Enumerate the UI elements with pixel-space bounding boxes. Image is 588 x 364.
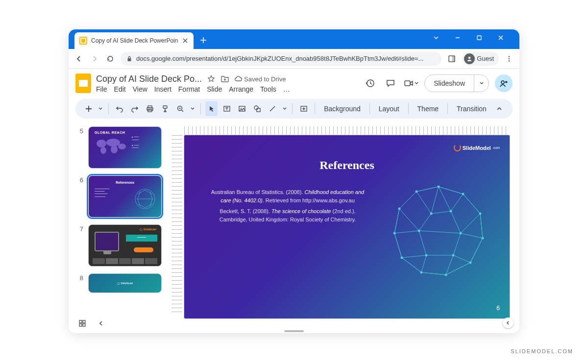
- document-title[interactable]: Copy of AI Slide Deck Po...: [96, 74, 202, 84]
- back-button[interactable]: [74, 53, 84, 64]
- svg-point-24: [118, 144, 126, 149]
- undo-button[interactable]: [114, 101, 126, 116]
- share-button[interactable]: [495, 74, 513, 92]
- svg-point-7: [509, 60, 510, 62]
- meet-icon[interactable]: [404, 76, 418, 91]
- svg-point-42: [418, 230, 420, 232]
- svg-point-37: [393, 232, 396, 235]
- print-button[interactable]: [144, 101, 156, 116]
- menu-file[interactable]: File: [96, 85, 107, 93]
- workspace: 5 GLOBAL REACH ■ ━━━━━━━━━━━━■ ━━━━━━━━━…: [69, 123, 519, 327]
- reader-icon[interactable]: [446, 53, 457, 64]
- speaker-notes-handle[interactable]: [284, 330, 304, 332]
- shape-tool[interactable]: [251, 101, 264, 116]
- svg-point-30: [462, 193, 465, 195]
- explore-button[interactable]: [503, 317, 514, 328]
- browser-tab[interactable]: Copy of AI Slide Deck PowerPoin: [74, 32, 194, 49]
- maximize-button[interactable]: [469, 31, 489, 44]
- menu-slide[interactable]: Slide: [207, 85, 222, 93]
- svg-rect-46: [79, 320, 82, 323]
- slideshow-dropdown[interactable]: [474, 74, 489, 92]
- new-slide-dropdown[interactable]: [98, 101, 103, 116]
- svg-point-18: [241, 108, 242, 109]
- theme-button[interactable]: Theme: [414, 103, 443, 115]
- chevron-down-icon[interactable]: [426, 31, 446, 44]
- menu-format[interactable]: Format: [178, 85, 200, 93]
- collapse-filmstrip-button[interactable]: [96, 318, 106, 328]
- lock-icon: [126, 56, 132, 62]
- redo-button[interactable]: [129, 101, 141, 116]
- svg-point-4: [468, 56, 471, 59]
- new-tab-button[interactable]: [196, 33, 210, 47]
- svg-rect-49: [83, 324, 85, 326]
- filmstrip[interactable]: 5 GLOBAL REACH ■ ━━━━━━━━━━━━■ ━━━━━━━━━…: [69, 123, 172, 327]
- zoom-button[interactable]: [174, 101, 187, 116]
- menu-more[interactable]: …: [283, 85, 290, 93]
- forward-button[interactable]: [89, 53, 100, 64]
- ruler-horizontal: [184, 126, 510, 135]
- page-watermark: SLIDEMODEL.COM: [511, 348, 573, 354]
- minimize-button[interactable]: [448, 31, 467, 44]
- image-tool[interactable]: [236, 101, 248, 116]
- svg-rect-20: [257, 108, 260, 112]
- svg-point-22: [97, 140, 106, 147]
- slide-thumb-7[interactable]: 7 ◯ SlideModel ━━━━━━━━━: [77, 224, 167, 267]
- comment-icon[interactable]: [383, 76, 398, 91]
- menu-edit[interactable]: Edit: [114, 85, 126, 93]
- collapse-toolbar-button[interactable]: [493, 101, 506, 116]
- url-input[interactable]: docs.google.com/presentation/d/1ejGbkinJ…: [121, 52, 441, 66]
- line-tool[interactable]: [267, 101, 279, 116]
- avatar-icon: [464, 53, 475, 64]
- menu-view[interactable]: View: [133, 85, 147, 93]
- svg-point-40: [430, 213, 433, 215]
- close-icon[interactable]: [182, 37, 189, 44]
- comment-tool[interactable]: [297, 101, 310, 116]
- svg-rect-47: [83, 320, 85, 323]
- url-text: docs.google.com/presentation/d/1ejGbkinJ…: [136, 55, 423, 62]
- slides-logo[interactable]: [75, 73, 91, 93]
- save-status[interactable]: Saved to Drive: [234, 75, 286, 83]
- grid-view-button[interactable]: [77, 318, 87, 328]
- toolbar: Background Layout Theme Transition: [75, 99, 513, 119]
- menu-bar: File Edit View Insert Format Slide Arran…: [96, 85, 290, 93]
- browser-menu-icon[interactable]: [504, 53, 514, 64]
- select-tool[interactable]: [205, 101, 218, 116]
- svg-rect-3: [452, 56, 455, 62]
- zoom-dropdown[interactable]: [190, 101, 196, 116]
- world-map-icon: [95, 137, 129, 156]
- history-icon[interactable]: [363, 76, 377, 91]
- svg-point-33: [469, 262, 472, 264]
- svg-point-29: [438, 186, 440, 188]
- ruler-vertical: [172, 135, 182, 315]
- profile-button[interactable]: Guest: [462, 52, 499, 66]
- menu-tools[interactable]: Tools: [260, 85, 276, 93]
- menu-insert[interactable]: Insert: [154, 85, 172, 93]
- references-text[interactable]: Australian Bureau of Statistics. (2008).…: [207, 188, 368, 226]
- reload-button[interactable]: [105, 53, 116, 64]
- svg-point-5: [509, 56, 510, 57]
- globe-graphic-icon: [133, 187, 157, 211]
- slides-favicon: [79, 37, 87, 45]
- close-window-button[interactable]: [491, 31, 511, 44]
- background-button[interactable]: Background: [320, 103, 365, 115]
- slide-thumb-8[interactable]: 8 ◯ SlideModel: [77, 273, 167, 293]
- slide-title[interactable]: References: [184, 159, 510, 172]
- transition-button[interactable]: Transition: [453, 103, 490, 115]
- paint-format-button[interactable]: [159, 101, 172, 116]
- move-icon[interactable]: [220, 74, 229, 83]
- textbox-tool[interactable]: [220, 101, 233, 116]
- slide-canvas[interactable]: SlideModel.com References Australian Bur…: [184, 135, 510, 318]
- slide-thumb-6[interactable]: 6 References ━━━━━━━━━━━━━━━━━━━━━━━━━━━…: [77, 175, 167, 218]
- menu-arrange[interactable]: Arrange: [229, 85, 253, 93]
- new-slide-button[interactable]: [82, 101, 95, 116]
- layout-button[interactable]: Layout: [375, 103, 403, 115]
- svg-point-32: [482, 237, 484, 240]
- slideshow-button[interactable]: Slideshow: [424, 74, 489, 92]
- svg-point-10: [501, 81, 504, 84]
- line-dropdown[interactable]: [282, 101, 288, 116]
- svg-point-6: [509, 58, 510, 59]
- star-icon[interactable]: [207, 74, 216, 83]
- svg-point-26: [111, 146, 118, 153]
- svg-point-39: [416, 191, 418, 193]
- slide-thumb-5[interactable]: 5 GLOBAL REACH ■ ━━━━━━━━━━━━■ ━━━━━━━━━…: [77, 126, 167, 169]
